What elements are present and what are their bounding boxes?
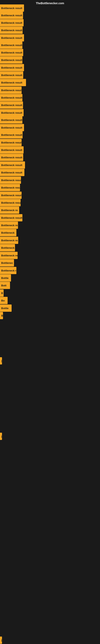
bottleneck-bar: Bott: [0, 282, 10, 289]
bottleneck-bar: Bottleneck result: [0, 109, 24, 116]
bottleneck-bar: |: [0, 433, 2, 440]
bottleneck-label: Bottleneck result: [1, 36, 22, 40]
bottleneck-label: Bottleneck result: [1, 14, 22, 17]
bottleneck-label: B: [1, 292, 3, 295]
bottleneck-bar: Bottleneck n: [0, 244, 15, 251]
bottleneck-label: Bottleneck result: [1, 81, 22, 84]
bottleneck-bar: Bottleneck result: [0, 169, 24, 176]
bottleneck-label: Bottleneck result: [1, 118, 22, 122]
bottleneck-label: |: [1, 360, 2, 362]
bottleneck-bar: Bottleneck result: [0, 72, 23, 79]
bottleneck-label: Bottleneck result: [1, 126, 22, 129]
bottleneck-bar: Bottleneck result: [0, 26, 23, 34]
bottleneck-bar: Bottleneck result: [0, 139, 22, 146]
bottleneck-label: Bottleneck result: [1, 66, 22, 69]
bottleneck-label: Bottleneck result: [1, 164, 22, 167]
bottleneck-label: Bottleneck result: [1, 171, 22, 174]
bottleneck-label: |: [1, 435, 2, 438]
bottleneck-bar: Bottleneck result: [0, 214, 22, 222]
bottleneck-bar: Bottleneck result: [0, 56, 22, 64]
bottleneck-bar: Bottleneck re: [0, 237, 18, 244]
bottleneck-label: Bottleneck result: [1, 194, 22, 197]
bottleneck-label: B: [1, 314, 3, 317]
bottleneck-bar: Bottlenec: [0, 259, 14, 266]
bottleneck-bar: Bottle: [0, 304, 12, 312]
bottleneck-bar: Bottleneck result: [0, 162, 25, 169]
bottleneck-bar: Bottleneck result: [0, 199, 21, 206]
bottleneck-bar: Bo: [0, 297, 8, 304]
bottleneck-bar: Bottleneck result: [0, 4, 24, 12]
bottleneck-bar: Bottleneck result: [0, 12, 23, 19]
bottleneck-bar: Bottleneck result: [0, 102, 23, 109]
bottleneck-label: Bottleneck result: [1, 89, 22, 92]
bottleneck-label: Bottleneck re: [1, 239, 18, 242]
site-title: TheBottlenecker.com: [36, 2, 64, 5]
bottleneck-label: Bottleneck result: [1, 111, 22, 114]
bottleneck-bar: Bottleneck result: [0, 116, 22, 124]
bottleneck-label: Bottleneck result: [1, 156, 22, 159]
bottleneck-bar: Bottle: [0, 274, 11, 282]
bottleneck-bar: Bottleneck result: [0, 42, 22, 49]
bottleneck-bar: |: [0, 357, 2, 364]
bottleneck-bar: Bottleneck result: [0, 131, 23, 138]
bottleneck-bar: Bottleneck result: [0, 49, 23, 56]
bottleneck-bar: Bottleneck result: [0, 176, 21, 184]
bottleneck-label: Bottleneck result: [1, 51, 22, 54]
bottleneck-label: |: [1, 639, 2, 642]
bottleneck-label: Bottleneck resu: [1, 254, 18, 257]
bottleneck-label: Bottleneck result: [1, 141, 22, 144]
bottleneck-label: Bottlenec: [1, 262, 13, 264]
bottleneck-bar: Bottleneck result: [0, 184, 20, 191]
bottleneck-bar: Bottleneck result: [0, 86, 22, 94]
bottleneck-bar: Bottleneck re: [0, 222, 18, 229]
bottleneck-bar: Bottleneck: [0, 229, 16, 236]
bottleneck-label: Bottleneck re: [1, 269, 16, 272]
bottleneck-label: Bottleneck n: [1, 246, 15, 249]
bottleneck-label: Bottleneck result: [1, 21, 22, 24]
bottleneck-label: Bottleneck result: [1, 216, 22, 219]
bottleneck-label: Bottleneck result: [1, 7, 22, 10]
bottleneck-label: Bott: [1, 284, 6, 287]
bottleneck-bar: Bottleneck result: [0, 124, 24, 131]
bottleneck-label: Bottleneck result: [1, 29, 22, 32]
bottleneck-bar: Bottleneck result: [0, 64, 24, 71]
bottleneck-bar: Bottleneck re: [0, 267, 16, 274]
bottleneck-label: Bottleneck result: [1, 201, 21, 204]
bottleneck-bar: Bottleneck result: [0, 79, 26, 86]
bottleneck-bar: Bottleneck result: [0, 34, 24, 42]
bottleneck-label: Bottle: [1, 307, 9, 310]
bottleneck-bar: Bottleneck result: [0, 192, 22, 199]
bottleneck-label: Bottleneck result: [1, 104, 22, 107]
bottleneck-bar: Bottleneck result: [0, 19, 24, 26]
bottleneck-label: Bottleneck result: [1, 134, 22, 136]
bottleneck-label: Bottleneck re: [1, 209, 18, 212]
bottleneck-label: Bottleneck result: [1, 148, 22, 152]
bottleneck-bar: Bottleneck result: [0, 146, 24, 154]
bottleneck-label: Bottle: [1, 276, 9, 280]
bottleneck-bar: Bottleneck result: [0, 94, 22, 101]
bottleneck-label: Bottleneck result: [1, 74, 22, 77]
bottleneck-label: Bo: [1, 299, 4, 302]
bottleneck-bar: |: [0, 636, 2, 644]
bottleneck-bar: Bottleneck resu: [0, 252, 18, 259]
bottleneck-label: Bottleneck result: [1, 179, 21, 182]
bottleneck-bar: Bottleneck result: [0, 154, 23, 161]
bottleneck-label: Bottleneck re: [1, 224, 18, 227]
bottleneck-label: Bottleneck result: [1, 44, 22, 47]
bottleneck-label: Bottleneck: [1, 231, 14, 234]
bottleneck-bar: B: [0, 290, 3, 297]
bottleneck-label: Bottleneck result: [1, 186, 20, 189]
bottleneck-bar: B: [0, 312, 3, 319]
bottleneck-label: Bottleneck result: [1, 58, 22, 62]
bottleneck-bar: Bottleneck re: [0, 206, 19, 214]
bottleneck-label: Bottleneck result: [1, 96, 22, 99]
